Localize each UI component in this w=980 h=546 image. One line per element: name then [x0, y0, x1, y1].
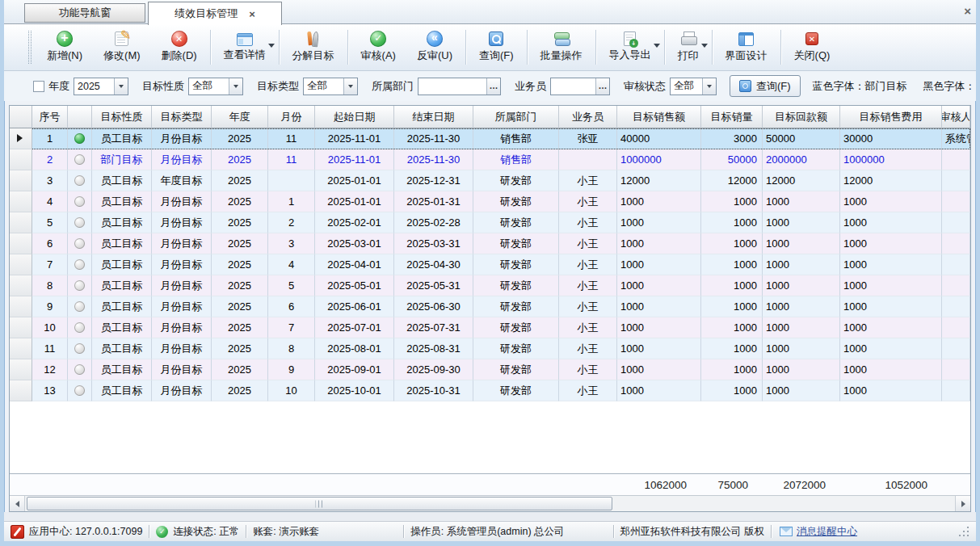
column-header-start[interactable]: 起始日期: [315, 106, 394, 128]
type-select[interactable]: 全部: [303, 78, 358, 95]
cell-sales[interactable]: 1000000: [617, 149, 701, 170]
cell-end[interactable]: 2025-11-30: [394, 149, 473, 170]
ui-design-button[interactable]: 界面设计: [715, 24, 778, 70]
cell-type[interactable]: 年度目标: [152, 170, 212, 191]
cell-auditor[interactable]: [942, 149, 970, 170]
cell-month[interactable]: 11: [268, 149, 315, 170]
query-button[interactable]: 查询(F): [730, 75, 801, 97]
cell-end[interactable]: 2025-03-31: [394, 233, 473, 254]
decompose-target-button[interactable]: 分解目标: [282, 24, 345, 70]
row-header-cell[interactable]: [10, 380, 32, 401]
cell-seq[interactable]: 1: [32, 128, 68, 149]
dropdown-arrow-icon[interactable]: [654, 44, 660, 48]
row-header-cell[interactable]: [10, 170, 32, 191]
cell-expense[interactable]: 1000: [840, 317, 942, 338]
cell-nature[interactable]: 员工目标: [92, 191, 152, 212]
table-row[interactable]: 6员工目标月份目标202532025-03-012025-03-31研发部小王1…: [10, 233, 970, 254]
cell-nature[interactable]: 员工目标: [92, 338, 152, 359]
cell-month[interactable]: 5: [268, 275, 315, 296]
cell-collection[interactable]: 1000: [763, 338, 840, 359]
cell-collection[interactable]: 1000: [763, 359, 840, 380]
cell-end[interactable]: 2025-09-30: [394, 359, 473, 380]
table-row[interactable]: 11员工目标月份目标202582025-08-012025-08-31研发部小王…: [10, 338, 970, 359]
cell-type[interactable]: 月份目标: [152, 233, 212, 254]
print-button[interactable]: 打印: [667, 24, 709, 70]
cell-year[interactable]: 2025: [212, 317, 268, 338]
cell-year[interactable]: 2025: [212, 128, 268, 149]
message-center-link[interactable]: 消息提醒中心: [797, 525, 857, 539]
cell-collection[interactable]: 1000: [763, 380, 840, 401]
cell-sales[interactable]: 1000: [617, 296, 701, 317]
add-button[interactable]: 新增(N): [36, 24, 93, 70]
cell-status[interactable]: [68, 149, 92, 170]
cell-sales[interactable]: 40000: [617, 128, 701, 149]
cell-month[interactable]: 2: [268, 212, 315, 233]
cell-sales[interactable]: 1000: [617, 212, 701, 233]
cell-type[interactable]: 月份目标: [152, 212, 212, 233]
table-row[interactable]: 4员工目标月份目标202512025-01-012025-01-31研发部小王1…: [10, 191, 970, 212]
cell-expense[interactable]: 1000: [840, 191, 942, 212]
row-header-cell[interactable]: [10, 149, 32, 170]
cell-sales[interactable]: 1000: [617, 233, 701, 254]
cell-seq[interactable]: 9: [32, 296, 68, 317]
cell-person[interactable]: 小王: [559, 317, 617, 338]
table-row[interactable]: 8员工目标月份目标202552025-05-012025-05-31研发部小王1…: [10, 275, 970, 296]
chevron-down-icon[interactable]: [114, 78, 128, 94]
cell-nature[interactable]: 员工目标: [92, 359, 152, 380]
cell-end[interactable]: 2025-06-30: [394, 296, 473, 317]
table-row[interactable]: 10员工目标月份目标202572025-07-012025-07-31研发部小王…: [10, 317, 970, 338]
cell-type[interactable]: 月份目标: [152, 359, 212, 380]
cell-nature[interactable]: 员工目标: [92, 296, 152, 317]
cell-collection[interactable]: 2000000: [763, 149, 840, 170]
cell-volume[interactable]: 1000: [701, 296, 763, 317]
row-header-cell[interactable]: [10, 233, 32, 254]
row-header-cell[interactable]: [10, 275, 32, 296]
cell-dept[interactable]: 研发部: [473, 212, 559, 233]
cell-expense[interactable]: 1000000: [840, 149, 942, 170]
horizontal-scrollbar[interactable]: [10, 495, 970, 511]
cell-expense[interactable]: 1000: [840, 212, 942, 233]
column-header-person[interactable]: 业务员: [559, 106, 617, 128]
cell-collection[interactable]: 1000: [763, 191, 840, 212]
cell-type[interactable]: 月份目标: [152, 338, 212, 359]
cell-auditor[interactable]: [942, 275, 970, 296]
cell-start[interactable]: 2025-04-01: [315, 254, 394, 275]
cell-month[interactable]: 3: [268, 233, 315, 254]
cell-year[interactable]: 2025: [212, 233, 268, 254]
chevron-down-icon[interactable]: [343, 78, 357, 94]
scrollbar-track[interactable]: [25, 496, 955, 511]
cell-person[interactable]: 张亚: [559, 128, 617, 149]
cell-sales[interactable]: 1000: [617, 191, 701, 212]
dept-input[interactable]: …: [418, 78, 501, 95]
cell-volume[interactable]: 1000: [701, 275, 763, 296]
tab-close-icon[interactable]: ×: [249, 8, 255, 20]
cell-volume[interactable]: 3000: [701, 128, 763, 149]
cell-end[interactable]: 2025-08-31: [394, 338, 473, 359]
view-details-button[interactable]: 查看详情: [213, 24, 276, 70]
cell-sales[interactable]: 1000: [617, 359, 701, 380]
cell-seq[interactable]: 7: [32, 254, 68, 275]
cell-end[interactable]: 2025-12-31: [394, 170, 473, 191]
scrollbar-thumb[interactable]: [27, 497, 612, 510]
cell-auditor[interactable]: [942, 380, 970, 401]
cell-volume[interactable]: 1000: [701, 233, 763, 254]
cell-status[interactable]: [68, 338, 92, 359]
table-row[interactable]: 13员工目标月份目标2025102025-10-012025-10-31研发部小…: [10, 380, 970, 401]
cell-start[interactable]: 2025-11-01: [315, 149, 394, 170]
cell-start[interactable]: 2025-03-01: [315, 233, 394, 254]
cell-start[interactable]: 2025-11-01: [315, 128, 394, 149]
column-header-dept[interactable]: 所属部门: [473, 106, 559, 128]
cell-nature[interactable]: 部门目标: [92, 149, 152, 170]
cell-month[interactable]: 11: [268, 128, 315, 149]
cell-nature[interactable]: 员工目标: [92, 212, 152, 233]
column-header-collection[interactable]: 目标回款额: [763, 106, 840, 128]
cell-type[interactable]: 月份目标: [152, 254, 212, 275]
cell-month[interactable]: 9: [268, 359, 315, 380]
cell-seq[interactable]: 4: [32, 191, 68, 212]
cell-volume[interactable]: 1000: [701, 254, 763, 275]
cell-month[interactable]: 1: [268, 191, 315, 212]
cell-dept[interactable]: 研发部: [473, 233, 559, 254]
cell-expense[interactable]: 1000: [840, 275, 942, 296]
cell-person[interactable]: [559, 149, 617, 170]
cell-volume[interactable]: 1000: [701, 359, 763, 380]
